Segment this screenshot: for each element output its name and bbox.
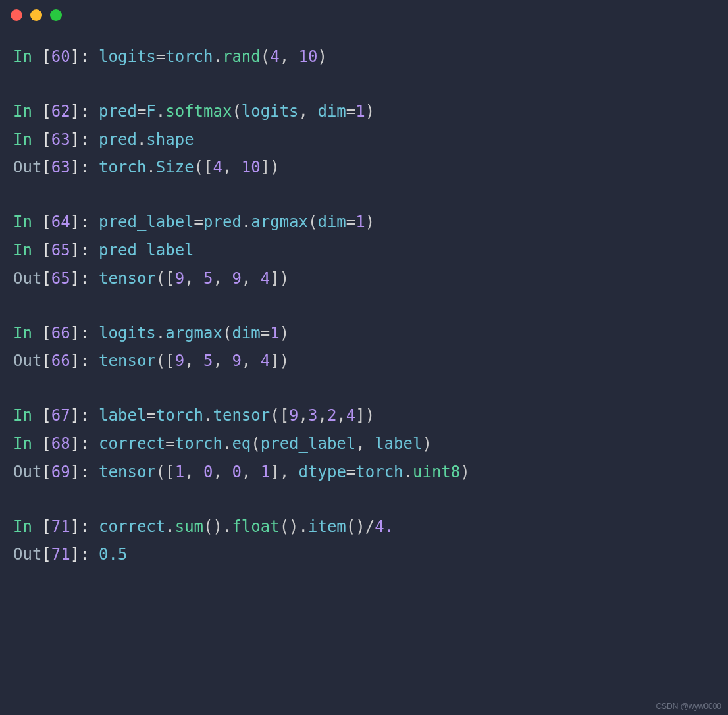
window-titlebar bbox=[0, 0, 728, 30]
code-line: In [63]: pred.shape bbox=[13, 126, 715, 153]
output-line: Out[66]: tensor([9, 5, 9, 4]) bbox=[13, 348, 715, 375]
code-line: In [66]: logits.argmax(dim=1) bbox=[13, 320, 715, 347]
code-line: In [65]: pred_label bbox=[13, 237, 715, 264]
code-line: In [64]: pred_label=pred.argmax(dim=1) bbox=[13, 209, 715, 236]
code-line: In [67]: label=torch.tensor([9,3,2,4]) bbox=[13, 402, 715, 429]
output-line: Out[71]: 0.5 bbox=[13, 541, 715, 568]
prompt-num: 60 bbox=[51, 47, 70, 66]
close-dot[interactable] bbox=[11, 9, 22, 21]
watermark: CSDN @wyw0000 bbox=[656, 702, 721, 711]
in-prompt: In bbox=[13, 47, 41, 66]
minimize-dot[interactable] bbox=[30, 9, 42, 21]
terminal-content: In [60]: logits=torch.rand(4, 10) In [62… bbox=[0, 30, 728, 583]
code-line: In [60]: logits=torch.rand(4, 10) bbox=[13, 43, 715, 70]
code-line: In [68]: correct=torch.eq(pred_label, la… bbox=[13, 431, 715, 458]
output-line: Out[63]: torch.Size([4, 10]) bbox=[13, 154, 715, 181]
output-line: Out[69]: tensor([1, 0, 0, 1], dtype=torc… bbox=[13, 459, 715, 486]
code-line: In [71]: correct.sum().float().item()/4. bbox=[13, 514, 715, 541]
output-line: Out[65]: tensor([9, 5, 9, 4]) bbox=[13, 265, 715, 292]
code-line: In [62]: pred=F.softmax(logits, dim=1) bbox=[13, 98, 715, 125]
maximize-dot[interactable] bbox=[50, 9, 62, 21]
